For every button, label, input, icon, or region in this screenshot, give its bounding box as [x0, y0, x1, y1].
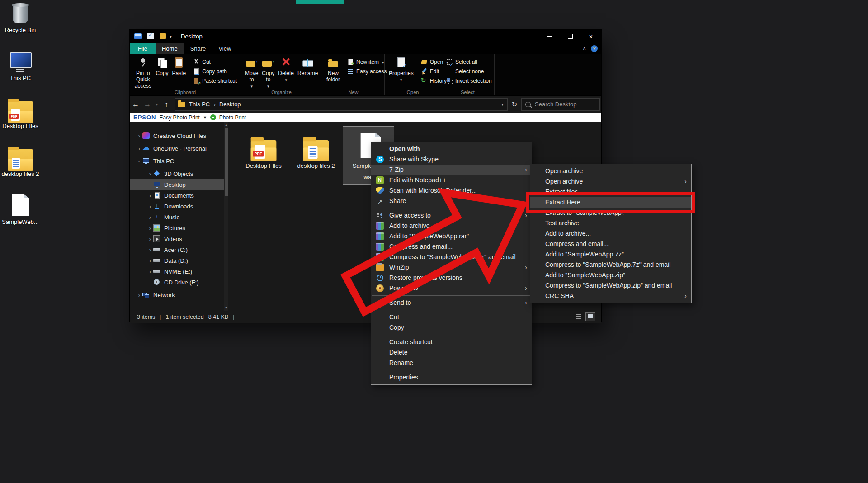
desktop-icon[interactable]: Desktop FIles: [1, 99, 40, 146]
delete-button[interactable]: Delete: [277, 55, 295, 85]
desktop-icon[interactable]: Recycle Bin: [1, 3, 40, 50]
icons-view-button[interactable]: [586, 313, 595, 321]
sidebar-item[interactable]: Pictures: [130, 223, 228, 233]
context-menu-item[interactable]: Copy ›: [371, 322, 532, 333]
expand-arrow-icon[interactable]: [147, 257, 153, 264]
submenu-item[interactable]: Compress and email... ›: [530, 239, 691, 249]
submenu-item[interactable]: Add to "SampleWebApp.7z" ›: [530, 249, 691, 260]
invert-selection-button[interactable]: Invert selection: [444, 76, 494, 85]
submenu-item[interactable]: Compress to "SampleWebApp.7z" and email …: [530, 260, 691, 270]
breadcrumb-root[interactable]: This PC: [189, 101, 210, 108]
select-none-button[interactable]: Select none: [444, 66, 494, 76]
sidebar-item[interactable]: 3D Objects: [130, 168, 228, 179]
address-bar[interactable]: This PC › Desktop ▾: [175, 98, 508, 111]
expand-arrow-icon[interactable]: [147, 268, 153, 275]
context-menu-item[interactable]: Cut ›: [371, 312, 532, 322]
sidebar-item[interactable]: CD Drive (F:): [130, 277, 228, 288]
select-all-button[interactable]: Select all: [444, 57, 494, 66]
sidebar-item[interactable]: Downloads: [130, 201, 228, 212]
file-item[interactable]: desktop files 2: [291, 127, 341, 172]
context-menu-item[interactable]: WinZip ›: [371, 262, 532, 273]
minimize-button[interactable]: [539, 29, 560, 43]
breadcrumb-current[interactable]: Desktop: [219, 101, 241, 108]
quick-access-customize-caret-icon[interactable]: ▾: [170, 34, 172, 39]
photo-print-label[interactable]: Photo Print: [219, 114, 246, 121]
submenu-item[interactable]: Test archive ›: [530, 218, 691, 228]
context-menu-item[interactable]: Share with Skype ›: [371, 154, 532, 165]
context-menu-item[interactable]: Add to "SampleWebApp.rar" ›: [371, 231, 532, 242]
submenu-item[interactable]: Compress to "SampleWebApp.zip" and email…: [530, 280, 691, 291]
search-box[interactable]: [521, 98, 600, 111]
expand-arrow-icon[interactable]: [147, 225, 153, 232]
up-button[interactable]: ↑: [160, 100, 172, 109]
search-input[interactable]: [534, 100, 585, 108]
context-menu-item[interactable]: Delete ›: [371, 347, 532, 358]
scrollbar-thumb[interactable]: [225, 128, 228, 196]
expand-arrow-icon[interactable]: [147, 192, 153, 199]
submenu-item[interactable]: Open archive ›: [530, 176, 691, 187]
context-menu-item[interactable]: Rename ›: [371, 358, 532, 368]
collapse-ribbon-icon[interactable]: ∧: [582, 45, 586, 52]
submenu-item[interactable]: CRC SHA ›: [530, 291, 691, 301]
submenu-item[interactable]: Add to "SampleWebApp.zip" ›: [530, 270, 691, 280]
quick-access-newfolder-icon[interactable]: [160, 33, 166, 39]
copy-path-button[interactable]: Copy path: [191, 66, 239, 76]
copy-button[interactable]: Copy: [155, 55, 170, 78]
context-menu-item[interactable]: Create shortcut ›: [371, 337, 532, 347]
context-menu-item[interactable]: Properties ›: [371, 372, 532, 383]
submenu-item[interactable]: Extract Here ›: [530, 197, 691, 208]
desktop-icon[interactable]: This PC: [1, 51, 40, 98]
help-icon[interactable]: ?: [591, 45, 598, 52]
address-dropdown-caret-icon[interactable]: ▾: [501, 102, 504, 107]
refresh-button[interactable]: ↻: [508, 100, 521, 109]
move-to-button[interactable]: Move to: [244, 55, 259, 90]
context-menu-item[interactable]: Restore previous versions ›: [371, 273, 532, 283]
expand-arrow-icon[interactable]: [147, 246, 153, 253]
expand-arrow-icon[interactable]: [136, 158, 142, 165]
context-menu-item[interactable]: Give access to ›: [371, 210, 532, 221]
tab-view[interactable]: View: [212, 43, 237, 54]
sidebar-item[interactable]: Documents: [130, 190, 228, 201]
scroll-up-icon[interactable]: ▲: [224, 122, 228, 128]
context-menu-item[interactable]: Compress to "SampleWebApp.rar" and email…: [371, 252, 532, 262]
quick-access-properties-icon[interactable]: [147, 33, 154, 39]
tab-share[interactable]: Share: [184, 43, 212, 54]
sidebar-item[interactable]: Music: [130, 212, 228, 223]
expand-arrow-icon[interactable]: [136, 292, 142, 298]
context-menu-item[interactable]: Add to archive... ›: [371, 221, 532, 231]
close-button[interactable]: ×: [580, 29, 601, 43]
tab-file[interactable]: File: [130, 43, 156, 54]
new-folder-button[interactable]: New folder: [325, 55, 341, 85]
properties-button[interactable]: Properties: [387, 55, 415, 85]
expand-arrow-icon[interactable]: [147, 203, 153, 210]
paste-shortcut-button[interactable]: Paste shortcut: [191, 76, 239, 85]
context-menu-item[interactable]: Edit with Notepad++ ›: [371, 175, 532, 185]
sidebar-item[interactable]: Network: [130, 289, 228, 300]
recent-locations-caret-icon[interactable]: ▾: [153, 102, 160, 107]
sidebar-item[interactable]: Videos: [130, 233, 228, 244]
cut-button[interactable]: Cut: [191, 57, 239, 66]
sidebar-item[interactable]: This PC: [130, 156, 228, 166]
pin-to-quick-access-button[interactable]: Pin to Quick access: [132, 55, 154, 90]
submenu-item[interactable]: Extract to "SampleWebApp\" ›: [530, 208, 691, 218]
expand-arrow-icon[interactable]: [147, 214, 153, 221]
expand-arrow-icon[interactable]: [147, 170, 153, 177]
file-item[interactable]: Desktop FIles: [238, 127, 289, 172]
tab-home[interactable]: Home: [156, 43, 184, 54]
rename-button[interactable]: Rename: [296, 55, 319, 78]
context-menu-item[interactable]: Share ›: [371, 196, 532, 206]
context-menu-item[interactable]: Compress and email... ›: [371, 242, 532, 252]
context-menu-item[interactable]: Send to ›: [371, 298, 532, 308]
submenu-item[interactable]: Extract files... ›: [530, 187, 691, 197]
sidebar-item[interactable]: OneDrive - Personal: [130, 143, 228, 154]
sidebar-item[interactable]: Acer (C:): [130, 244, 228, 255]
context-menu-item[interactable]: Open with ›: [371, 144, 532, 154]
sidebar-item[interactable]: Data (D:): [130, 255, 228, 266]
paste-button[interactable]: Paste: [171, 55, 188, 78]
sidebar-item[interactable]: NVME (E:): [130, 266, 228, 277]
scroll-down-icon[interactable]: ▼: [224, 305, 228, 311]
desktop-icon[interactable]: desktop files 2: [1, 147, 40, 194]
epson-tool-label[interactable]: Easy Photo Print: [160, 114, 200, 121]
context-menu-item[interactable]: PowerISO ›: [371, 283, 532, 294]
context-menu-item[interactable]: 7-Zip ›: [371, 165, 532, 175]
